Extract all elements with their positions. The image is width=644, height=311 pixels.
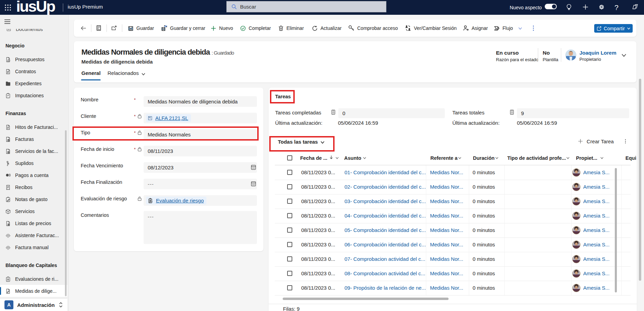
svg-text:?: ? bbox=[151, 201, 152, 203]
